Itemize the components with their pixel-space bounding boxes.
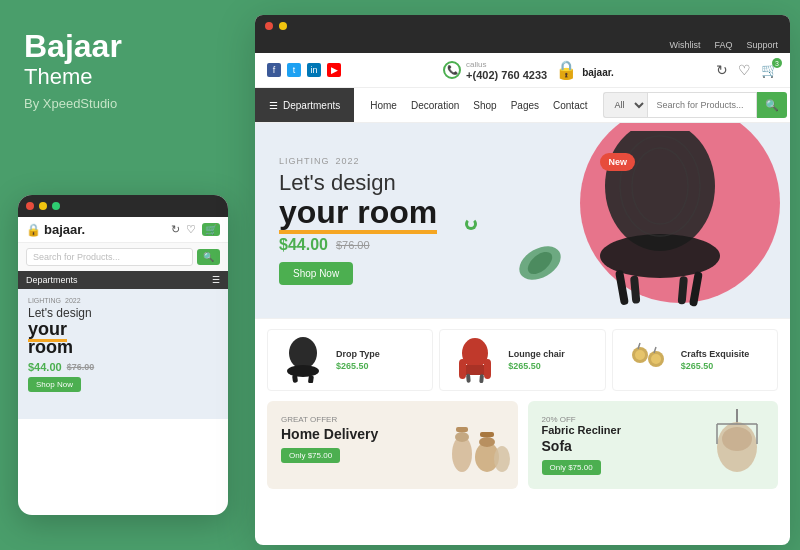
- hero-chair-image: [550, 131, 750, 311]
- svg-rect-7: [678, 276, 688, 305]
- hero-right-image: New: [510, 123, 790, 318]
- product-image-1: [450, 336, 500, 384]
- mobile-search-button[interactable]: 🔍: [197, 249, 220, 265]
- desktop-refresh-icon[interactable]: ↻: [716, 62, 728, 78]
- mobile-departments-bar[interactable]: Departments ☰: [18, 271, 228, 289]
- banner-btn-1[interactable]: Only $75.00: [542, 460, 601, 475]
- desktop-search-area: All 🔍: [603, 92, 790, 118]
- desktop-search-button[interactable]: 🔍: [757, 92, 787, 118]
- desktop-logo: 🔒 bajaar.: [555, 59, 614, 81]
- desktop-top-links: Wishlist FAQ Support: [255, 37, 790, 53]
- nav-contact[interactable]: Contact: [547, 92, 593, 119]
- svg-point-10: [289, 337, 317, 369]
- product-name-0: Drop Type: [336, 349, 422, 359]
- product-name-2: Crafts Exquisite: [681, 349, 767, 359]
- desktop-search-input[interactable]: [647, 92, 757, 118]
- desktop-top-bar: [255, 15, 790, 37]
- product-price-0: $265.50: [336, 361, 422, 371]
- mobile-hero-heading2: your: [28, 320, 218, 338]
- loading-spinner: [465, 218, 477, 230]
- desktop-dot-yellow: [279, 22, 287, 30]
- mobile-top-bar: [18, 195, 228, 217]
- phone-details: callus +(402) 760 4233: [466, 60, 547, 81]
- nav-shop[interactable]: Shop: [467, 92, 502, 119]
- desktop-heart-icon[interactable]: ♡: [738, 62, 751, 78]
- mobile-logo: 🔒 bajaar.: [26, 222, 85, 237]
- mobile-hero-category: LIGHTING 2022: [28, 297, 218, 304]
- mobile-logo-text: bajaar.: [44, 222, 85, 237]
- mobile-hero-price: $44.00 $76.00: [28, 361, 218, 373]
- faq-link[interactable]: FAQ: [714, 40, 732, 50]
- nav-pages[interactable]: Pages: [505, 92, 545, 119]
- brand-subtitle: Theme: [24, 64, 224, 90]
- new-badge: New: [600, 153, 635, 171]
- mobile-refresh-icon: ↻: [171, 223, 180, 236]
- dot-red: [26, 202, 34, 210]
- brand-name: Bajaar: [24, 30, 224, 62]
- support-link[interactable]: Support: [746, 40, 778, 50]
- mobile-content: 🔒 bajaar. ↻ ♡ 🛒 Search for Products... 🔍…: [18, 217, 228, 419]
- svg-point-22: [635, 350, 645, 360]
- desktop-cart-icon[interactable]: 🛒3: [761, 62, 778, 78]
- facebook-icon[interactable]: f: [267, 63, 281, 77]
- nav-decoration[interactable]: Decoration: [405, 92, 465, 119]
- mobile-heart-icon: ♡: [186, 223, 196, 236]
- product-info-0: Drop Type $265.50: [336, 349, 422, 371]
- product-card-1[interactable]: Lounge chair $265.50: [439, 329, 605, 391]
- banner-btn-0[interactable]: Only $75.00: [281, 448, 340, 463]
- twitter-icon[interactable]: t: [287, 63, 301, 77]
- banner-home-delivery: Great Offer Home Delivery Only $75.00: [267, 401, 518, 489]
- product-card-0[interactable]: Drop Type $265.50: [267, 329, 433, 391]
- nav-home[interactable]: Home: [364, 92, 403, 119]
- product-image-0: [278, 336, 328, 384]
- svg-point-27: [455, 432, 469, 442]
- desktop-main-nav: ☰ Departments Home Decoration Shop Pages…: [255, 88, 790, 123]
- mobile-shop-button[interactable]: Shop Now: [28, 377, 81, 392]
- mobile-menu-icon: ☰: [212, 275, 220, 285]
- desktop-nav-icons: ↻ ♡ 🛒3: [716, 62, 778, 78]
- wishlist-link[interactable]: Wishlist: [669, 40, 700, 50]
- mobile-dept-label: Departments: [26, 275, 78, 285]
- phone-icon: 📞: [443, 61, 461, 79]
- youtube-icon[interactable]: ▶: [327, 63, 341, 77]
- svg-rect-17: [484, 359, 491, 379]
- desktop-logo-area: 📞 callus +(402) 760 4233 🔒 bajaar.: [443, 59, 614, 81]
- hero-shop-button[interactable]: Shop Now: [279, 262, 353, 285]
- brand-by: By XpeedStudio: [24, 96, 224, 111]
- hero-price-current: $44.00: [279, 236, 328, 254]
- svg-rect-5: [689, 271, 703, 307]
- linkedin-icon[interactable]: in: [307, 63, 321, 77]
- departments-button[interactable]: ☰ Departments: [255, 88, 354, 122]
- mobile-hero: LIGHTING 2022 Let's design your room $44…: [18, 289, 228, 419]
- mobile-nav-icons: ↻ ♡ 🛒: [171, 223, 220, 236]
- svg-rect-4: [615, 269, 629, 305]
- left-panel: Bajaar Theme By XpeedStudio 🔒 bajaar. ↻ …: [0, 0, 248, 550]
- svg-rect-31: [480, 432, 494, 437]
- desktop-hero: LIGHTING 2022 Let's design your room $44…: [255, 123, 790, 318]
- product-card-2[interactable]: Crafts Exquisite $265.50: [612, 329, 778, 391]
- mobile-hero-heading3: room: [28, 338, 218, 356]
- svg-rect-16: [459, 359, 466, 379]
- cart-badge: 3: [772, 58, 782, 68]
- svg-rect-18: [466, 374, 471, 383]
- search-category-select[interactable]: All: [603, 92, 647, 118]
- banner-image-0: [442, 409, 512, 474]
- hero-year: 2022: [336, 156, 360, 166]
- mobile-mockup: 🔒 bajaar. ↻ ♡ 🛒 Search for Products... 🔍…: [18, 195, 228, 515]
- product-name-1: Lounge chair: [508, 349, 594, 359]
- product-price-1: $265.50: [508, 361, 594, 371]
- mobile-search-bar: Search for Products... 🔍: [18, 243, 228, 271]
- svg-point-2: [605, 131, 715, 251]
- mobile-hero-heading1: Let's design: [28, 306, 218, 320]
- phone-label: callus: [466, 60, 547, 69]
- mobile-search-input[interactable]: Search for Products...: [26, 248, 193, 266]
- social-icons: f t in ▶: [267, 63, 341, 77]
- bottom-banners: Great Offer Home Delivery Only $75.00 20…: [255, 401, 790, 499]
- mobile-lock-icon: 🔒: [26, 223, 41, 237]
- departments-label: Departments: [283, 100, 340, 111]
- product-image-2: [623, 336, 673, 384]
- svg-point-11: [287, 365, 319, 377]
- desktop-dot-green: [293, 22, 301, 30]
- desktop-dot-red: [265, 22, 273, 30]
- nav-links: Home Decoration Shop Pages Contact: [354, 92, 603, 119]
